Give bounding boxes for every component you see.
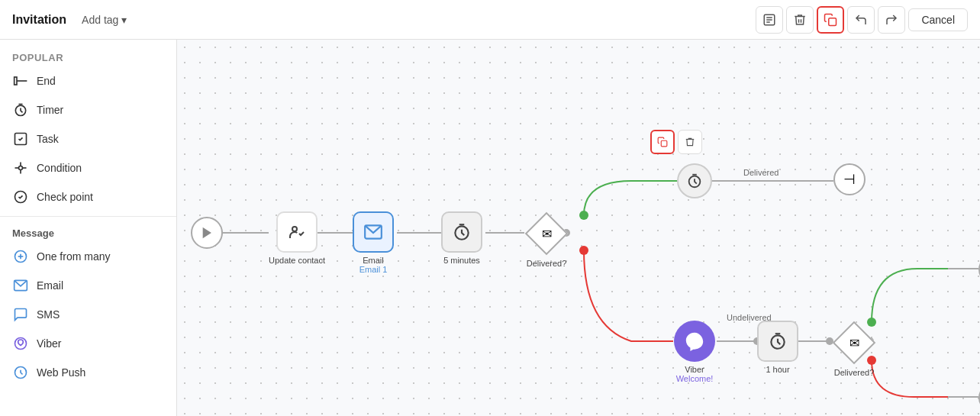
- viber-icon: [12, 335, 29, 352]
- svg-point-41: [292, 227, 297, 231]
- svg-point-9: [19, 166, 23, 170]
- sidebar-item-task[interactable]: Task: [0, 124, 176, 153]
- sidebar-item-condition[interactable]: Condition: [0, 153, 176, 182]
- delivered-check2-label: Delivered?: [834, 368, 875, 377]
- sms-icon: [12, 306, 29, 323]
- timer-1hour-shape: [757, 321, 798, 362]
- viber-node-label: Viber: [685, 365, 704, 374]
- sidebar-item-viber[interactable]: Viber: [0, 329, 176, 358]
- sidebar-timer-label: Timer: [37, 104, 63, 116]
- viber-node[interactable]: Viber Welcome!: [674, 321, 715, 383]
- timer-5min-shape: [441, 211, 482, 253]
- svg-point-28: [579, 211, 588, 220]
- delivered-diamond-1[interactable]: ✉ Delivered?: [524, 211, 569, 268]
- email-node-shape: [353, 211, 394, 253]
- svg-rect-4: [829, 18, 837, 25]
- timer-1hour-node[interactable]: 1 hour: [757, 321, 798, 374]
- condition-icon: [12, 160, 29, 176]
- sidebar-condition-label: Condition: [37, 162, 82, 174]
- sidebar-checkpoint-label: Check point: [37, 191, 93, 203]
- end-node-top-shape: ⊣: [833, 163, 866, 195]
- message-section-label: Message: [0, 221, 176, 242]
- email-node[interactable]: Email Email 1: [353, 211, 394, 274]
- add-tag-button[interactable]: Add tag ▾: [76, 11, 133, 29]
- timer-1hour-label: 1 hour: [766, 365, 789, 374]
- top-timer-node[interactable]: [677, 163, 712, 198]
- viber-node-sublabel: Welcome!: [676, 374, 714, 383]
- svg-point-30: [579, 246, 588, 255]
- sidebar-email-label: Email: [37, 279, 63, 292]
- sidebar: Popular End Timer Task Condition: [0, 40, 177, 416]
- timer-5min-label: 5 minutes: [443, 256, 480, 265]
- topbar: Invitation Add tag ▾ Cancel: [0, 0, 980, 40]
- viber-node-shape: [674, 321, 715, 362]
- sidebar-item-sms[interactable]: SMS: [0, 300, 176, 329]
- email-icon: [12, 277, 29, 294]
- canvas-delete-button[interactable]: [678, 130, 702, 154]
- delivered-check1-label: Delivered?: [527, 259, 567, 268]
- sidebar-viber-label: Viber: [37, 337, 61, 350]
- page-title: Invitation: [12, 13, 66, 27]
- sidebar-item-end[interactable]: End: [0, 66, 176, 95]
- delivered-label-1: Delivered: [743, 168, 779, 177]
- sidebar-one-from-many-label: One from many: [37, 250, 110, 263]
- canvas-copy-button[interactable]: [650, 130, 675, 154]
- popular-section-label: Popular: [0, 46, 176, 66]
- top-timer-shape: [677, 163, 712, 198]
- start-node[interactable]: [191, 217, 223, 249]
- sidebar-item-email[interactable]: Email: [0, 271, 176, 300]
- task-icon: [12, 131, 29, 147]
- checkpoint-icon: [12, 189, 29, 205]
- sidebar-end-label: End: [37, 75, 56, 87]
- timer-icon: [12, 102, 29, 118]
- svg-marker-40: [203, 228, 210, 237]
- email-node-sublabel: Email 1: [359, 265, 388, 274]
- redo-button[interactable]: [878, 6, 905, 34]
- sidebar-item-checkpoint[interactable]: Check point: [0, 182, 176, 211]
- update-contact-label: Update contact: [269, 256, 325, 265]
- sidebar-sms-label: SMS: [37, 308, 60, 321]
- update-contact-shape: [276, 211, 318, 253]
- main-layout: Popular End Timer Task Condition: [0, 40, 980, 416]
- workflow-canvas[interactable]: Update contact Email Email 1 5 minutes ✉…: [177, 40, 980, 416]
- timer-5min-node[interactable]: 5 minutes: [441, 211, 482, 265]
- undo-button[interactable]: [847, 6, 875, 34]
- one-from-many-icon: [12, 248, 29, 265]
- webpush-icon: [12, 364, 29, 381]
- start-node-shape: [191, 217, 223, 249]
- sidebar-item-webpush[interactable]: Web Push: [0, 358, 176, 387]
- cancel-button[interactable]: Cancel: [908, 8, 968, 31]
- note-button[interactable]: [756, 6, 783, 34]
- sidebar-item-one-from-many[interactable]: One from many: [0, 242, 176, 271]
- sidebar-divider: [0, 216, 176, 217]
- copy-button[interactable]: [817, 6, 844, 34]
- canvas-node-toolbar: [650, 130, 702, 154]
- end-icon: [12, 73, 29, 89]
- sidebar-task-label: Task: [37, 133, 59, 145]
- delivered-diamond-2[interactable]: ✉ Delivered?: [832, 321, 876, 377]
- update-contact-node[interactable]: Update contact: [269, 211, 325, 265]
- sidebar-webpush-label: Web Push: [37, 366, 85, 379]
- delete-button[interactable]: [786, 6, 814, 34]
- end-node-top[interactable]: ⊣: [833, 163, 866, 195]
- svg-rect-5: [15, 77, 17, 85]
- sidebar-item-timer[interactable]: Timer: [0, 95, 176, 124]
- chevron-down-icon: ▾: [121, 14, 127, 26]
- add-tag-label: Add tag: [82, 14, 118, 26]
- svg-rect-21: [661, 140, 667, 147]
- topbar-actions: Cancel: [756, 6, 968, 34]
- email-node-label: Email: [363, 256, 384, 265]
